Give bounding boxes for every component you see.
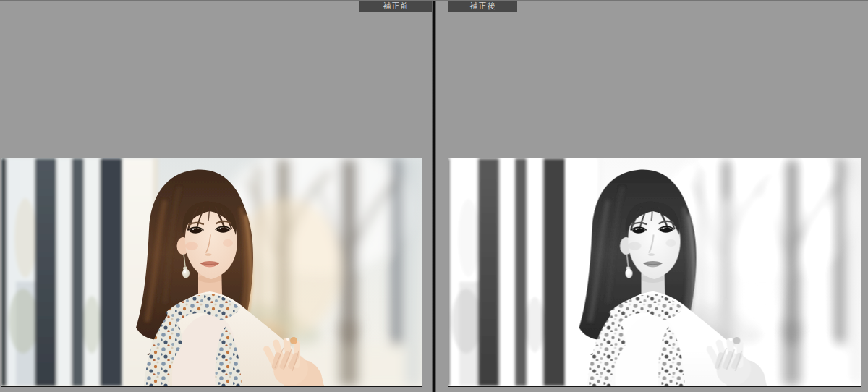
after-photo-canvas bbox=[448, 158, 861, 386]
before-photo[interactable] bbox=[1, 158, 422, 387]
after-photo[interactable] bbox=[448, 158, 861, 387]
before-photo-canvas bbox=[1, 158, 422, 386]
compare-view: 補正前 補正後 bbox=[0, 0, 868, 392]
before-label: 補正前 bbox=[359, 1, 433, 12]
pane-divider bbox=[432, 1, 436, 392]
after-label: 補正後 bbox=[448, 1, 517, 12]
